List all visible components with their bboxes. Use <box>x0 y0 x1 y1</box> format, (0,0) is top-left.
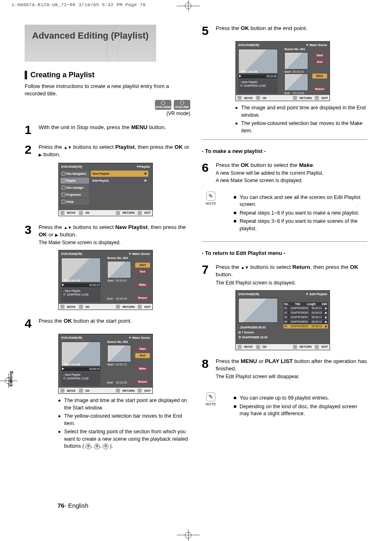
ss-start-label: Start 00:00:00 <box>107 279 127 282</box>
right-arrow-icon: ▶ <box>145 172 147 175</box>
ss-btn-start: Start <box>135 347 150 351</box>
ss-btn-end: End <box>312 60 327 65</box>
step-text: Press the <box>39 224 64 230</box>
ss-start-label: Start 00:00:10 <box>107 363 127 366</box>
step-bold: Playlist <box>115 144 134 150</box>
ss-btn-return: Return <box>312 87 327 92</box>
table-row: 0324/APR/2005/100:00:11▶ <box>284 315 328 319</box>
step-text: Press the <box>216 264 241 270</box>
side-tab: Editing <box>8 371 13 386</box>
step-text: , then press the <box>148 224 186 230</box>
play-pause-icon: ⦿ <box>85 444 91 449</box>
page-footer: 76- English <box>58 502 88 509</box>
step-5: 5 Press the OK button at the end point. <box>202 25 367 37</box>
sub-section-make: - To make a new playlist - <box>202 148 367 154</box>
dvd-ram-badge: DVD-RAM <box>155 100 171 110</box>
note-1-list: You can check and see all the scenes on … <box>234 194 367 233</box>
menu-setup: Setup <box>60 199 89 205</box>
ss-progress: ▶00:00:10 <box>61 283 101 287</box>
step-subtext: A new Make Scene screen is displayed. <box>216 177 367 184</box>
step-bold: MENU <box>241 358 257 364</box>
step-number: 6 <box>202 162 216 184</box>
step-bold: OK <box>174 144 182 150</box>
menu-icon <box>62 179 65 183</box>
sub-section-return: - To return to Edit Playlist menu - <box>202 250 367 256</box>
step-text: button at the start point. <box>72 318 132 324</box>
key-icon <box>293 96 297 100</box>
dvd-rw-badge: DVD-RW <box>174 100 190 110</box>
step-text: button. <box>148 124 166 130</box>
ss-thumbnail <box>238 298 278 323</box>
screenshot-make-scene-initial: DVD-RAM(VR) ✦ Make Scene Title List 1/6 … <box>58 250 153 310</box>
separator <box>202 241 367 242</box>
step-subtext: The Edit Playlist screen is displayed. <box>216 280 367 286</box>
key-icon <box>79 211 83 215</box>
key-icon <box>238 96 242 100</box>
step-bold: Return <box>292 264 310 270</box>
ss-play-icon: ▶ <box>62 283 64 287</box>
ss-btn-return: Return <box>135 379 150 384</box>
ss-btn-make: Make <box>135 366 150 371</box>
step-number: 4 <box>25 317 39 330</box>
step-text: or <box>47 231 55 238</box>
title-box: Advanced Editing (Playlist) <box>25 25 156 62</box>
ss-scene-no: Scene No. 001 <box>107 340 128 344</box>
ss-footer: MOVE OK RETURN EXIT <box>59 210 152 216</box>
ss-end-label: End 00:00:00 <box>107 381 127 384</box>
right-icon: ▶ <box>55 232 58 237</box>
ss-table: No.TitleLengthEdit 0123/APR/2005/000:00:… <box>284 302 328 328</box>
step-text: button at the end point. <box>249 25 307 31</box>
list-item: The image and time at the start point ar… <box>58 397 190 412</box>
menu-discnav: Disc Navigation <box>60 171 89 177</box>
ss-footer: MOVE OK RETURN EXIT <box>236 95 330 101</box>
ss-footer: MOVE OK RETURN EXIT <box>59 388 152 393</box>
ss-footer: MOVE OK RETURN EXIT <box>59 304 152 310</box>
left-column: Advanced Editing (Playlist) Creating a P… <box>25 25 190 454</box>
menu-icon <box>62 172 65 176</box>
step-bold: OK <box>64 318 72 324</box>
menu-programme: Programme <box>60 192 89 198</box>
step-1: 1 With the unit in Stop mode, press the … <box>25 124 190 136</box>
step-number: 5 <box>202 25 216 37</box>
ss-title-list: Title List 1/6 <box>241 70 257 73</box>
table-head: No.TitleLengthEdit <box>284 302 328 306</box>
step-number: 2 <box>25 143 39 158</box>
step-7: 7 Press the ▲▼ buttons to select Return,… <box>202 264 367 286</box>
step-text: ). <box>110 443 113 449</box>
step-text: or <box>183 144 189 150</box>
crop-mark <box>185 2 191 9</box>
step-text: With the unit in Stop mode, press the <box>39 124 131 130</box>
step-subtext: The Edit Playlist screen will disappear. <box>216 373 367 380</box>
note-icon <box>206 392 215 401</box>
table-row: 0223/APR/2005/000:00:03▶ <box>284 311 328 315</box>
step-number: 7 <box>202 264 216 286</box>
note-label: NOTE <box>202 402 220 406</box>
list-item: You can create up to 99 playlist entries… <box>234 395 367 402</box>
ss-info-panel: ▫ New Playlist ⏱ 19/APR/04 12:00 <box>61 372 101 386</box>
ss-info-scenes: ☰ 7 Scenes <box>238 331 254 334</box>
ss-end-label: End 00:00:00 <box>107 297 127 300</box>
ss-start-label: Start 00:00:10 <box>284 70 304 73</box>
note-icon <box>206 192 215 201</box>
ss-thumbnail <box>238 49 278 74</box>
ss-btn-end: End <box>135 269 150 274</box>
table-row: 0424/APR/2005/100:00:15▶ <box>284 320 328 324</box>
step-text: buttons to select <box>249 264 293 270</box>
step-text: button to select the <box>249 162 299 168</box>
ss-scene-no: Scene No. 001 <box>284 47 305 51</box>
ss-disc-label: DVD-RAM(VR) <box>238 43 259 47</box>
step-bold: MENU <box>131 124 148 130</box>
step-bold: New Playlist <box>115 224 148 230</box>
key-icon <box>138 305 142 309</box>
key-icon <box>256 345 260 349</box>
ss-play-icon: ▶ <box>62 367 64 370</box>
ss-title: ✦ Make Scene <box>306 43 327 47</box>
list-item: The image and end point time are display… <box>235 104 367 119</box>
table-row: 0123/APR/2005/000:00:21▶ <box>284 306 328 310</box>
step-text: . <box>313 162 314 168</box>
separator <box>202 139 367 140</box>
up-down-icon: ▲▼ <box>241 265 249 270</box>
step-6: 6 Press the OK button to select the Make… <box>202 162 367 184</box>
ss-thumbnail-small <box>284 52 308 69</box>
list-item: Repeat steps 3~6 if you want to make sce… <box>234 218 367 232</box>
